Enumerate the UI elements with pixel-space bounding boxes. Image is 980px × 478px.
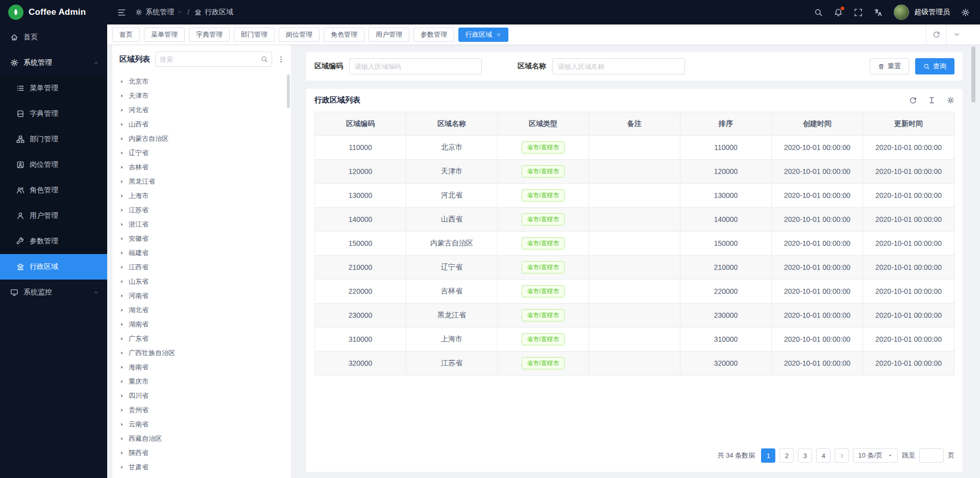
sidebar-item-region[interactable]: 行政区域 [0, 254, 107, 280]
tab-region[interactable]: 行政区域 [458, 28, 508, 42]
tree-item[interactable]: 上海市 [119, 189, 291, 203]
tree-item[interactable]: 山东省 [119, 274, 291, 289]
expand-arrow-icon[interactable] [119, 379, 125, 384]
search-button[interactable]: 查询 [915, 58, 954, 74]
tree-item[interactable]: 广西壮族自治区 [119, 346, 291, 360]
expand-arrow-icon[interactable] [119, 336, 125, 341]
page-button-2[interactable]: 2 [779, 448, 794, 463]
expand-arrow-icon[interactable] [119, 222, 125, 227]
breadcrumb-item-region[interactable]: 行政区域 [194, 8, 233, 17]
sidebar-item-dict[interactable]: 字典管理 [0, 101, 107, 127]
expand-arrow-icon[interactable] [119, 136, 125, 141]
sidebar-item-home[interactable]: 首页 [0, 24, 107, 50]
search-icon[interactable] [261, 56, 268, 63]
tree-item[interactable]: 湖南省 [119, 317, 291, 332]
tree-item[interactable]: 重庆市 [119, 374, 291, 389]
tree-item[interactable]: 云南省 [119, 417, 291, 432]
tree-item[interactable]: 北京市 [119, 74, 291, 89]
name-input[interactable] [552, 58, 685, 74]
expand-arrow-icon[interactable] [119, 465, 125, 470]
page-button-4[interactable]: 4 [816, 448, 830, 463]
tree-item[interactable]: 江苏省 [119, 203, 291, 217]
tree-item[interactable]: 江西省 [119, 260, 291, 274]
next-page-button[interactable] [835, 448, 849, 463]
expand-arrow-icon[interactable] [119, 422, 125, 427]
page-button-1[interactable]: 1 [761, 448, 775, 463]
sidebar-item-monitor[interactable]: 系统监控 [0, 280, 107, 305]
tab-menu[interactable]: 菜单管理 [144, 28, 185, 42]
tab-param[interactable]: 参数管理 [413, 28, 454, 42]
expand-arrow-icon[interactable] [119, 350, 125, 356]
tabs-refresh-button[interactable] [926, 24, 946, 45]
sidebar-item-role[interactable]: 角色管理 [0, 178, 107, 203]
sidebar-item-post[interactable]: 岗位管理 [0, 152, 107, 178]
expand-arrow-icon[interactable] [119, 293, 125, 298]
avatar[interactable] [894, 5, 909, 20]
tab-post[interactable]: 岗位管理 [279, 28, 320, 42]
tree-item[interactable]: 福建省 [119, 246, 291, 260]
expand-arrow-icon[interactable] [119, 79, 125, 84]
tree-item[interactable]: 西藏自治区 [119, 432, 291, 446]
tree-item[interactable]: 贵州省 [119, 403, 291, 417]
tree-item[interactable]: 河南省 [119, 289, 291, 303]
tree-item[interactable]: 河北省 [119, 103, 291, 117]
sidebar-item-menu[interactable]: 菜单管理 [0, 76, 107, 101]
page-size-select[interactable]: 10 条/页 [853, 448, 898, 463]
tree-item[interactable]: 湖北省 [119, 303, 291, 317]
expand-arrow-icon[interactable] [119, 193, 125, 198]
expand-arrow-icon[interactable] [119, 122, 125, 127]
tab-role[interactable]: 角色管理 [324, 28, 364, 42]
expand-arrow-icon[interactable] [119, 208, 125, 213]
sidebar-item-dept[interactable]: 部门管理 [0, 127, 107, 152]
tree-item[interactable]: 安徽省 [119, 232, 291, 246]
tab-close-icon[interactable] [496, 32, 501, 37]
jump-input[interactable] [919, 448, 944, 463]
expand-arrow-icon[interactable] [119, 165, 125, 170]
expand-arrow-icon[interactable] [119, 108, 125, 113]
tree-item[interactable]: 浙江省 [119, 217, 291, 232]
fullscreen-icon[interactable] [854, 8, 863, 17]
expand-arrow-icon[interactable] [119, 393, 125, 398]
tree-item[interactable]: 广东省 [119, 332, 291, 346]
settings-gear-icon[interactable] [961, 8, 970, 17]
tree-search-input[interactable] [155, 52, 272, 67]
tree-item[interactable]: 山西省 [119, 117, 291, 132]
sidebar-collapse-button[interactable] [117, 8, 126, 17]
sidebar-item-param[interactable]: 参数管理 [0, 229, 107, 254]
notifications-button[interactable] [834, 8, 843, 17]
tree-item[interactable]: 甘肃省 [119, 460, 291, 474]
more-options-icon[interactable] [277, 56, 285, 63]
tab-home[interactable]: 首页 [112, 28, 140, 42]
tree-scrollbar[interactable] [287, 74, 290, 108]
tree-item[interactable]: 内蒙古自治区 [119, 132, 291, 146]
tree-item[interactable]: 青海省 [119, 474, 291, 478]
expand-arrow-icon[interactable] [119, 322, 125, 327]
tree-item[interactable]: 四川省 [119, 389, 291, 403]
expand-arrow-icon[interactable] [119, 450, 125, 456]
expand-arrow-icon[interactable] [119, 150, 125, 156]
code-input[interactable] [349, 58, 482, 74]
density-icon[interactable] [928, 96, 936, 104]
expand-arrow-icon[interactable] [119, 179, 125, 184]
tree-item[interactable]: 吉林省 [119, 160, 291, 174]
tree-item[interactable]: 黑龙江省 [119, 174, 291, 189]
expand-arrow-icon[interactable] [119, 279, 125, 284]
tab-user[interactable]: 用户管理 [369, 28, 409, 42]
tree-item[interactable]: 海南省 [119, 360, 291, 374]
expand-arrow-icon[interactable] [119, 308, 125, 313]
tab-dict[interactable]: 字典管理 [189, 28, 230, 42]
expand-arrow-icon[interactable] [119, 250, 125, 256]
tabs-menu-button[interactable] [946, 24, 967, 45]
reset-button[interactable]: 重置 [870, 58, 909, 74]
page-scrollbar-thumb[interactable] [971, 46, 975, 103]
user-name[interactable]: 超级管理员 [914, 8, 950, 17]
tab-dept[interactable]: 部门管理 [234, 28, 275, 42]
sidebar-item-user[interactable]: 用户管理 [0, 203, 107, 229]
expand-arrow-icon[interactable] [119, 236, 125, 241]
expand-arrow-icon[interactable] [119, 408, 125, 413]
tree-item[interactable]: 陕西省 [119, 446, 291, 460]
tree-item[interactable]: 天津市 [119, 89, 291, 103]
breadcrumb-item-system[interactable]: 系统管理 [135, 8, 182, 17]
page-button-3[interactable]: 3 [798, 448, 812, 463]
table-settings-icon[interactable] [947, 96, 954, 104]
